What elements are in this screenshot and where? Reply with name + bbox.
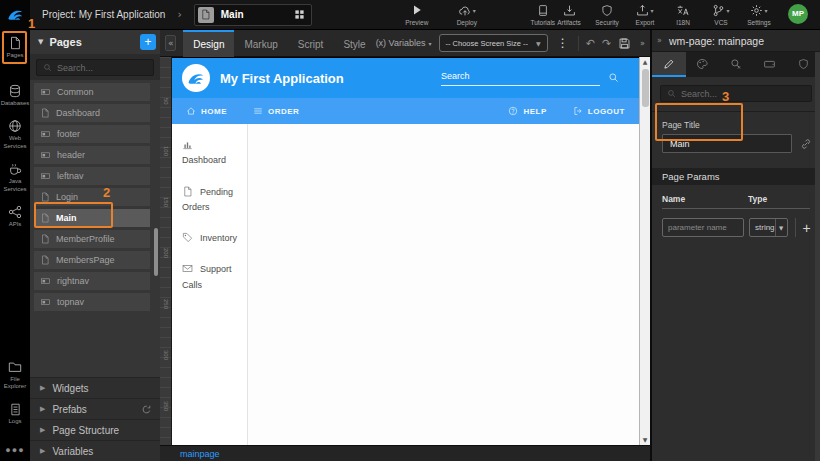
page-list-item[interactable]: MembersPage [34,251,150,269]
sidenav-dashboard[interactable]: Dashboard [182,138,241,169]
save-button[interactable] [618,37,631,50]
upload-tray-icon [636,4,649,17]
topbar-right-actions: Artifacts Security ▾ Export I18N ▾ VCS ▾… [556,4,814,26]
preview-page-content[interactable] [248,124,639,445]
sidebar-item-logs[interactable]: Logs [0,403,30,426]
properties-search-input[interactable]: Search... [660,85,812,102]
search-icon[interactable] [608,72,619,83]
param-type-select[interactable]: string ▼ [749,218,788,237]
page-list-item[interactable]: Common [34,83,150,101]
user-avatar[interactable]: MP [788,4,808,24]
page-icon [40,108,50,118]
page-list-item[interactable]: rightnav [34,272,150,290]
page-list-item[interactable]: header [34,146,150,164]
wavemaker-logo[interactable] [0,0,30,30]
nav-logout[interactable]: LOGOUT [573,106,625,116]
page-list-item[interactable]: Dashboard [34,104,150,122]
sidebar-item-pages[interactable]: Pages [0,36,30,60]
section-variables[interactable]: ▶ Variables [30,440,160,461]
pages-panel-header[interactable]: ▼ Pages + [30,30,160,54]
wavemaker-studio: Project: My First Application › Main Pre… [0,0,820,461]
shield-icon [798,58,809,70]
page-list-item[interactable]: MemberProfile [34,230,150,248]
collapse-left-panel-button[interactable]: « [165,35,176,51]
chevron-down-icon: ▾ [764,7,767,14]
deploy-button[interactable]: ▾ Deploy [454,4,480,26]
grid-icon[interactable] [294,9,305,20]
scrollbar-thumb[interactable] [642,69,649,107]
pages-search: Search... [30,54,160,80]
scroll-down-icon[interactable]: ▼ [643,435,648,445]
kebab-menu-icon[interactable]: ⋮ [555,36,571,50]
design-canvas[interactable]: My First Application Search HOME ORDER H… [172,57,639,445]
collapse-right-panel-button[interactable]: » [640,39,645,48]
sidenav-inventory[interactable]: Inventory [182,231,241,246]
nav-home[interactable]: HOME [186,106,227,116]
tab-device[interactable] [753,52,787,77]
sidebar-item-file-explorer[interactable]: File Explorer [0,360,30,391]
col-name: Name [662,194,748,204]
tab-styles[interactable] [686,52,720,77]
scroll-up-icon[interactable]: ▲ [643,57,648,67]
page-list-item[interactable]: Main [34,209,150,227]
canvas-scrollbar[interactable]: ▲ ▼ [639,57,650,445]
section-prefabs[interactable]: ▶ Prefabs [30,398,160,419]
sidebar-item-databases[interactable]: Databases [0,84,30,108]
tab-style[interactable]: Style [333,30,375,57]
sidenav-support-calls[interactable]: Support Calls [182,262,241,293]
coffee-icon [8,162,22,176]
export-button[interactable]: ▾ Export [632,4,658,26]
screen-size-select[interactable]: -- Choose Screen Size --▼ [439,34,548,52]
refresh-icon[interactable] [141,404,152,415]
section-page-structure[interactable]: ▶ Page Structure [30,419,160,440]
more-options-icon[interactable]: ●●● [5,445,24,455]
nav-help[interactable]: HELP [508,106,546,116]
tab-events[interactable] [719,52,753,77]
preview-button[interactable]: Preview [404,4,430,26]
tab-script[interactable]: Script [288,30,334,57]
vcs-button[interactable]: ▾ VCS [708,4,734,26]
partial-icon [40,87,51,97]
properties-tabbar [652,52,820,77]
bind-link-icon[interactable] [800,138,812,150]
breadcrumb-mainpage[interactable]: mainpage [180,449,220,459]
preview-app-header[interactable]: My First Application Search [172,58,639,98]
section-widgets[interactable]: ▶ Widgets [30,377,160,398]
sidebar-item-java-services[interactable]: Java Services [0,162,30,193]
redo-button[interactable]: ↷ [602,37,611,50]
settings-button[interactable]: ▾ Settings [746,4,772,26]
page-title-input[interactable] [662,134,792,153]
collapse-panel-icon[interactable]: » [657,36,662,45]
app-search-input[interactable]: Search [441,71,619,86]
sidenav-pending-orders[interactable]: Pending Orders [182,185,241,216]
panel-scrollbar-track[interactable] [815,52,820,461]
page-list-item[interactable]: leftnav [34,167,150,185]
shield-icon [601,4,613,17]
artifacts-button[interactable]: Artifacts [556,4,582,26]
page-icon [40,255,50,265]
pages-list-scrollbar[interactable] [154,228,158,276]
variables-dropdown[interactable]: (x) Variables▾ [376,38,432,48]
sidebar-item-web-services[interactable]: Web Services [0,119,30,150]
language-icon [676,4,690,17]
tab-markup[interactable]: Markup [234,30,287,57]
page-list-item[interactable]: topnav [34,293,150,311]
page-params-table: Name Type string ▼ + [662,194,810,237]
undo-button[interactable]: ↶ [586,37,595,50]
pages-search-input[interactable]: Search... [36,59,154,76]
param-name-input[interactable] [662,218,744,237]
bar-chart-icon [182,139,193,150]
nav-order[interactable]: ORDER [253,106,299,116]
tab-design[interactable]: Design [183,30,234,57]
i18n-button[interactable]: I18N [670,4,696,26]
page-list-item[interactable]: Login [34,188,150,206]
tab-properties[interactable] [652,52,686,77]
tutorials-button[interactable]: Tutorials [530,4,556,26]
security-button[interactable]: Security [594,4,620,26]
page-selector[interactable]: Main [194,4,312,26]
sidebar-item-apis[interactable]: APIs [0,205,30,229]
page-list-item[interactable]: footer [34,125,150,143]
add-param-button[interactable]: + [795,218,813,237]
page-params-header: Page Params [652,168,820,185]
add-page-button[interactable]: + [140,34,156,50]
